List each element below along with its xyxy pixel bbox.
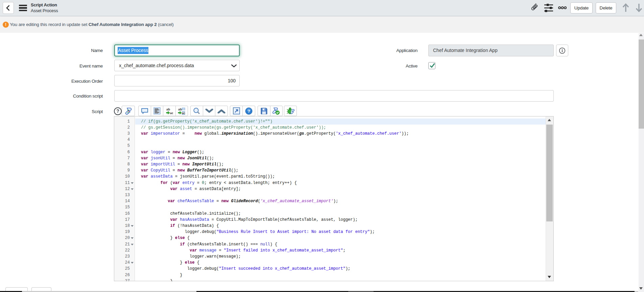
svg-text:ab: ab xyxy=(178,107,182,111)
svg-text:?: ? xyxy=(247,109,250,114)
svg-text:ac: ac xyxy=(170,111,173,114)
svg-text:ab: ab xyxy=(166,107,170,111)
